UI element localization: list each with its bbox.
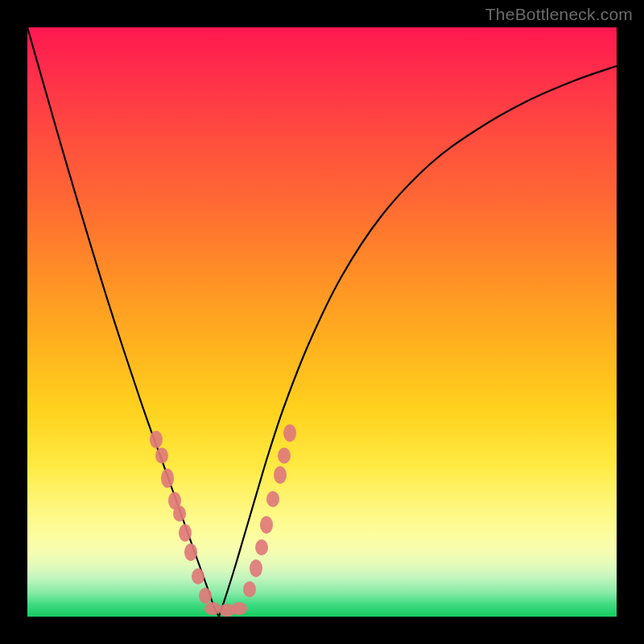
data-marker (278, 448, 291, 464)
watermark-text: TheBottleneck.com (485, 5, 633, 24)
data-marker (231, 602, 247, 615)
data-marker (204, 602, 221, 615)
data-marker (255, 539, 268, 555)
data-marker (199, 588, 212, 604)
data-marker (155, 448, 168, 464)
data-marker (243, 581, 256, 597)
data-marker (266, 491, 279, 507)
data-marker (184, 543, 197, 561)
data-marker (161, 469, 174, 488)
data-marker (250, 559, 262, 577)
data-marker (192, 568, 204, 584)
curve-overlay (27, 27, 617, 617)
data-marker (274, 466, 287, 484)
data-marker (260, 516, 273, 534)
data-marker (150, 431, 163, 448)
ascending-curve (219, 66, 617, 617)
plot-area (27, 27, 617, 617)
data-marker (173, 506, 186, 522)
data-marker (179, 524, 192, 542)
data-marker (283, 424, 296, 442)
